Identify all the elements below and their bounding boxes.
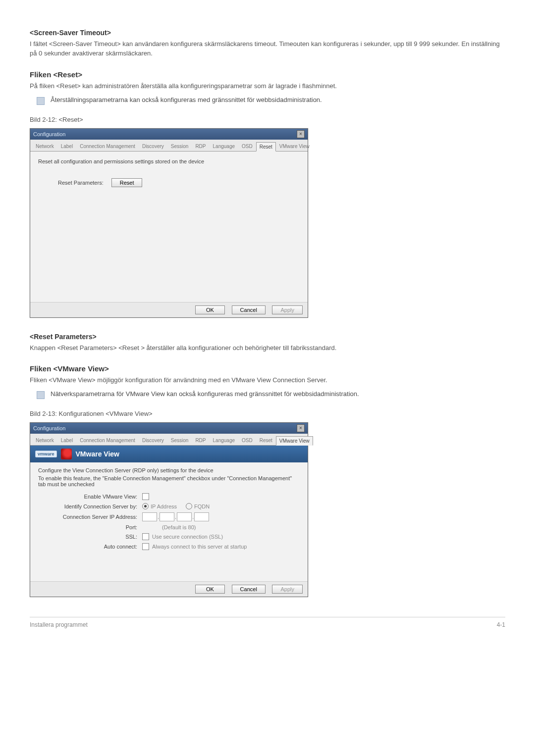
- note-row-reset: Återställningsparametrarna kan också kon…: [37, 96, 505, 104]
- tab-connection-management[interactable]: Connection Management: [76, 436, 139, 445]
- tab-connection-management[interactable]: Connection Management: [76, 142, 139, 151]
- tab-label[interactable]: Label: [57, 436, 76, 445]
- reset-parameters-label: Reset Parameters:: [58, 180, 104, 186]
- note-icon: [37, 97, 45, 105]
- heading-fliken-vmware: Fliken <VMware View>: [30, 364, 505, 373]
- body-fliken-reset: På fliken <Reset> kan administratören åt…: [30, 82, 505, 91]
- tab-session[interactable]: Session: [167, 436, 192, 445]
- checkbox-ssl[interactable]: [142, 533, 149, 540]
- tab-reset[interactable]: Reset: [256, 436, 276, 445]
- checkbox-enable-vmware[interactable]: [142, 493, 149, 500]
- tab-vmware-view[interactable]: VMware View: [276, 436, 313, 446]
- dialog-configuration-vmware: Configuration × NetworkLabelConnection M…: [30, 422, 308, 597]
- vmware-line1: Configure the View Connection Server (RD…: [38, 467, 300, 473]
- reset-desc: Reset all configuration and permissions …: [38, 158, 300, 164]
- caption-bild-2-12: Bild 2-12: <Reset>: [30, 116, 505, 123]
- radio-fqdn[interactable]: [186, 503, 192, 509]
- apply-button[interactable]: Apply: [272, 305, 303, 314]
- dialog-title-text: Configuration: [33, 425, 65, 431]
- tab-reset[interactable]: Reset: [256, 142, 276, 151]
- tab-osd[interactable]: OSD: [238, 142, 256, 151]
- checkbox-auto-connect[interactable]: [142, 543, 149, 550]
- ssl-text: Use secure connection (SSL): [152, 534, 223, 540]
- caption-bild-2-13: Bild 2-13: Konfigurationen <VMware View>: [30, 410, 505, 417]
- vmware-header: vmware VMware View: [30, 446, 308, 462]
- ok-button[interactable]: OK: [195, 305, 225, 314]
- ip-octet-1[interactable]: [142, 512, 157, 521]
- tab-label[interactable]: Label: [57, 142, 76, 151]
- vmware-badge: vmware: [35, 451, 57, 457]
- label-identify-by: Identify Connection Server by:: [38, 504, 142, 509]
- tab-discovery[interactable]: Discovery: [139, 142, 167, 151]
- cancel-button[interactable]: Cancel: [232, 585, 266, 594]
- radio-ip-address[interactable]: [142, 503, 149, 509]
- label-auto-connect: Auto connect:: [38, 544, 142, 550]
- note-text-vmware: Nätverksparametrarna för VMware View kan…: [51, 390, 359, 398]
- cancel-button[interactable]: Cancel: [232, 305, 266, 314]
- tab-discovery[interactable]: Discovery: [139, 436, 167, 445]
- dialog-titlebar: Configuration ×: [30, 423, 308, 434]
- tab-rdp[interactable]: RDP: [192, 436, 209, 445]
- label-enable-vmware: Enable VMware View:: [38, 494, 142, 500]
- tab-rdp[interactable]: RDP: [192, 142, 209, 151]
- dialog-footer: OK Cancel Apply: [30, 581, 308, 597]
- reset-button[interactable]: Reset: [111, 178, 143, 187]
- dialog-configuration-reset: Configuration × NetworkLabelConnection M…: [30, 128, 308, 318]
- footer-left: Installera programmet: [30, 621, 88, 628]
- tab-session[interactable]: Session: [167, 142, 192, 151]
- radio-ip-address-label: IP Address: [151, 504, 177, 509]
- note-text-reset: Återställningsparametrarna kan också kon…: [51, 96, 322, 103]
- vmware-header-text: VMware View: [76, 450, 119, 458]
- dialog-body-vmware: vmware VMware View Configure the View Co…: [30, 446, 308, 581]
- port-hint: (Default is 80): [162, 524, 196, 530]
- tab-osd[interactable]: OSD: [238, 436, 256, 445]
- heading-fliken-reset: Fliken <Reset>: [30, 70, 505, 79]
- vmware-logo-icon: [61, 449, 72, 459]
- dialog-titlebar: Configuration ×: [30, 129, 308, 140]
- apply-button[interactable]: Apply: [272, 585, 303, 594]
- tabstrip: NetworkLabelConnection ManagementDiscove…: [30, 140, 308, 151]
- dialog-body-reset: Reset all configuration and permissions …: [30, 151, 308, 302]
- heading-screensaver-timeout: <Screen-Saver Timeout>: [30, 29, 505, 37]
- note-icon: [37, 391, 45, 399]
- ip-octet-2[interactable]: [160, 512, 174, 521]
- dialog-title-text: Configuration: [33, 131, 65, 137]
- label-connection-server-ip: Connection Server IP Address:: [38, 514, 142, 520]
- radio-fqdn-label: FQDN: [194, 504, 210, 509]
- close-icon[interactable]: ×: [297, 424, 305, 432]
- body-screensaver-timeout: I fältet <Screen-Saver Timeout> kan anvä…: [30, 40, 505, 58]
- tab-language[interactable]: Language: [210, 142, 239, 151]
- ok-button[interactable]: OK: [195, 585, 225, 594]
- tab-network[interactable]: Network: [32, 436, 57, 445]
- ip-octet-4[interactable]: [194, 512, 209, 521]
- heading-reset-parameters: <Reset Parameters>: [30, 333, 505, 341]
- body-reset-parameters: Knappen <Reset Parameters> <Reset > åter…: [30, 344, 505, 353]
- label-port: Port:: [38, 524, 142, 530]
- tab-language[interactable]: Language: [210, 436, 239, 445]
- tab-network[interactable]: Network: [32, 142, 57, 151]
- body-fliken-vmware: Fliken <VMware View> möjliggör konfigura…: [30, 376, 505, 385]
- note-row-vmware: Nätverksparametrarna för VMware View kan…: [37, 390, 505, 398]
- tab-vmware-view[interactable]: VMware View: [276, 142, 313, 151]
- ip-octet-3[interactable]: [177, 512, 192, 521]
- vmware-line2: To enable this feature, the "Enable Conn…: [38, 475, 300, 487]
- tabstrip: NetworkLabelConnection ManagementDiscove…: [30, 434, 308, 446]
- page-footer: Installera programmet 4-1: [30, 617, 505, 628]
- footer-right: 4-1: [497, 621, 505, 628]
- dialog-footer: OK Cancel Apply: [30, 302, 308, 317]
- close-icon[interactable]: ×: [297, 130, 305, 138]
- label-ssl: SSL:: [38, 534, 142, 540]
- auto-connect-text: Always connect to this server at startup: [152, 544, 247, 550]
